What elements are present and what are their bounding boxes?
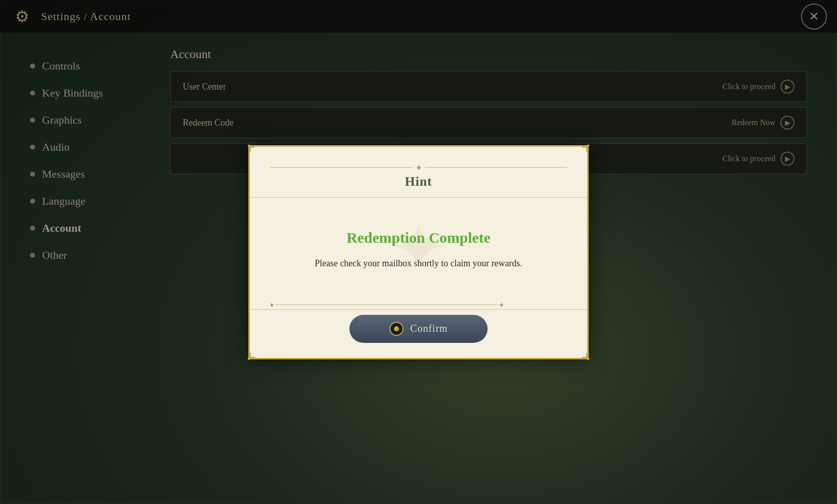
svg-rect-2 (248, 358, 250, 360)
confirm-button-dot (394, 326, 399, 331)
corner-decoration-br (573, 344, 589, 360)
hint-dialog: ◆ Hint ✦ Redemption Complete Please chec… (248, 145, 589, 359)
redemption-title: Redemption Complete (346, 229, 490, 246)
confirm-button-icon (389, 322, 403, 336)
watermark-decoration: ✦ (373, 203, 464, 293)
confirm-button[interactable]: Confirm (349, 315, 488, 343)
footer-deco-line: ◆ ──────────────────────────────────────… (250, 298, 587, 307)
modal-overlay: ◆ Hint ✦ Redemption Complete Please chec… (0, 0, 837, 504)
header-deco-line: ◆ (270, 164, 567, 171)
modal-title: Hint (270, 174, 567, 189)
modal-body: ✦ Redemption Complete Please check your … (250, 198, 587, 298)
corner-decoration-bl (248, 344, 264, 360)
modal-header: ◆ Hint (250, 147, 587, 198)
svg-rect-1 (587, 145, 589, 147)
deco-left: ◆ ──────────────────────────────────────… (270, 302, 504, 307)
confirm-button-label: Confirm (410, 323, 448, 334)
svg-rect-3 (587, 358, 589, 360)
modal-footer: Confirm (250, 309, 587, 358)
redemption-description: Please check your mailbox shortly to cla… (315, 256, 522, 271)
